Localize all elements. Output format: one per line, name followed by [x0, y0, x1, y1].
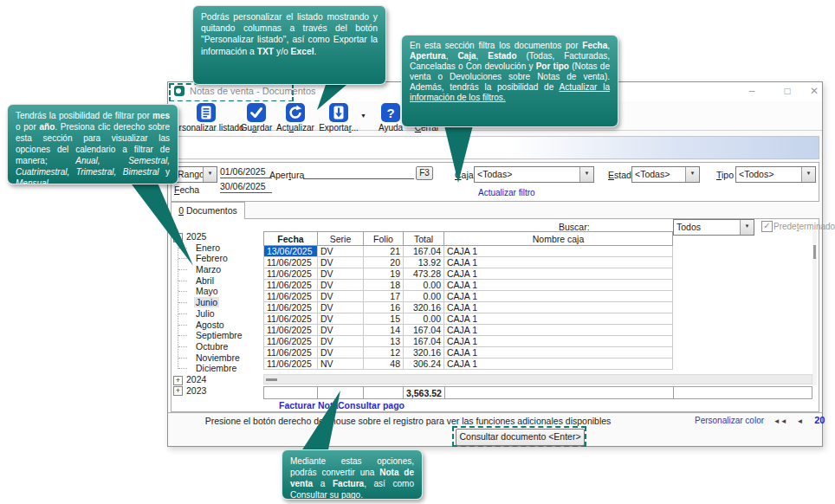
chevron-down-icon[interactable]: ▼: [801, 167, 815, 182]
column-header-nombre-caja[interactable]: Nombre caja: [444, 232, 673, 246]
tree-year-2023[interactable]: +2023: [173, 385, 262, 397]
vertical-scrollbar[interactable]: [812, 231, 817, 385]
personalizar-listado-label: Personalizar listado: [168, 123, 243, 132]
caja-label: Caja: [455, 170, 474, 180]
expand-icon[interactable]: +: [173, 376, 183, 385]
exportar-button[interactable]: Exportar...: [319, 103, 359, 132]
table-row[interactable]: 11/06/2025DV19473.28CAJA 1: [264, 268, 673, 280]
tree-month-diciembre[interactable]: Diciembre: [173, 363, 262, 374]
consultar-documento-button[interactable]: Consultar documento <Enter>: [456, 429, 585, 446]
table-row[interactable]: 11/06/2025DV180.00CAJA 1: [264, 280, 673, 291]
date-from-field[interactable]: 01/06/2025: [220, 166, 272, 178]
prev-page-icon[interactable]: ◄: [796, 417, 803, 425]
actualizar-button[interactable]: Actualizar: [273, 103, 318, 132]
close-icon[interactable]: ✕: [806, 84, 822, 99]
actualizar-filtro-link[interactable]: Actualizar filtro: [478, 188, 535, 197]
customize-list-icon: [197, 103, 216, 122]
guardar-button[interactable]: Guardar: [239, 103, 274, 132]
buscar-input[interactable]: [596, 220, 670, 232]
table-row[interactable]: 11/06/2025DV16320.16CAJA 1: [264, 302, 673, 313]
table-header-row: Fecha Serie Folio Total Nombre caja: [264, 232, 673, 246]
ayuda-label: Ayuda: [379, 123, 403, 132]
caja-dropdown[interactable]: <Todas> ▼: [474, 166, 594, 183]
chevron-down-icon[interactable]: ▼: [203, 167, 217, 182]
notas-de-venta-window: Notas de venta - Documentos – □ ✕ Person…: [167, 81, 823, 447]
first-page-icon[interactable]: ◄◄: [774, 417, 787, 425]
table-row[interactable]: 11/06/2025DV12320.16CAJA 1: [264, 347, 673, 359]
column-header-total[interactable]: Total: [404, 232, 444, 246]
maximize-icon[interactable]: □: [780, 84, 795, 99]
page-size-value[interactable]: 20: [814, 415, 825, 425]
window-title: Notas de venta - Documentos: [190, 86, 316, 96]
column-header-serie[interactable]: Serie: [318, 232, 364, 246]
exportar-menu-arrow-icon[interactable]: ▼: [360, 113, 366, 119]
table-row[interactable]: 13/06/2025DV21167.04CAJA 1: [264, 246, 673, 257]
grand-total: 3,563.52: [404, 387, 445, 399]
guardar-label: Guardar: [241, 123, 273, 132]
expand-icon[interactable]: +: [173, 386, 183, 396]
fecha-label: Fecha: [174, 184, 199, 195]
chevron-down-icon[interactable]: ▼: [579, 167, 593, 182]
tree-month-mayo[interactable]: Mayo: [173, 286, 262, 297]
predeterminado-label: Predeterminado: [774, 222, 835, 231]
filter-panel: Rango ▼ Fecha 01/06/2025 30/06/2025 Aper…: [171, 162, 819, 202]
tipo-dropdown[interactable]: <Todos> ▼: [735, 166, 816, 183]
rango-dropdown[interactable]: Rango ▼: [174, 166, 217, 183]
search-scope-dropdown[interactable]: Todos ▼: [673, 219, 754, 236]
tipo-label: Tipo: [716, 170, 734, 180]
table-row[interactable]: 11/06/2025DV150.00CAJA 1: [264, 313, 673, 325]
minimize-icon[interactable]: –: [744, 84, 760, 99]
export-icon: [329, 103, 348, 122]
help-icon: ?: [381, 103, 400, 122]
tab-documentos[interactable]: 0 Documentos: [171, 202, 245, 219]
tree-month-julio[interactable]: Julio: [173, 308, 262, 320]
column-header-fecha[interactable]: Fecha: [264, 232, 318, 246]
predeterminado-checkbox[interactable]: ✓: [761, 221, 773, 232]
facturar-nota-link[interactable]: Facturar Nota: [279, 400, 338, 410]
callout-calendario: Tendrás la posibilidad de filtrar por me…: [7, 104, 178, 184]
tree-month-enero[interactable]: Enero: [173, 242, 262, 254]
calendar-tree: -2025 Enero Febrero Marzo Abril Mayo Jun…: [173, 231, 262, 396]
chevron-down-icon[interactable]: ▼: [740, 220, 754, 235]
totals-row: 3,563.52: [263, 386, 812, 399]
tree-month-septiembre[interactable]: Septiembre: [173, 330, 262, 341]
refresh-icon: [286, 103, 305, 122]
tree-month-agosto[interactable]: Agosto: [173, 320, 262, 331]
f3-button[interactable]: F3: [416, 166, 433, 180]
horizontal-scrollbar-thumb[interactable]: [266, 378, 277, 381]
tree-month-noviembre[interactable]: Noviembre: [173, 352, 262, 364]
personalizar-listado-button[interactable]: Personalizar listado: [173, 103, 239, 132]
estado-dropdown[interactable]: <Todas> ▼: [631, 166, 700, 183]
callout-filtros: En esta sección filtra los documentos po…: [401, 35, 618, 127]
tree-year-2025[interactable]: -2025: [173, 231, 262, 242]
tree-month-abril[interactable]: Abril: [173, 275, 262, 287]
callout-facturar: Mediante estas opciones, podrás converti…: [282, 449, 423, 500]
date-to-field[interactable]: 30/06/2025: [220, 181, 272, 193]
app-icon: [174, 86, 184, 96]
actualizar-label: Actualizar: [276, 123, 314, 132]
table-row[interactable]: 11/06/2025DV13167.04CAJA 1: [264, 336, 673, 347]
horizontal-scrollbar[interactable]: [263, 374, 812, 384]
documents-table: Fecha Serie Folio Total Nombre caja 13/0…: [263, 231, 673, 370]
selected-cell[interactable]: 13/06/2025: [264, 246, 318, 257]
apertura-label: Apertura: [269, 170, 304, 180]
status-message: Presione el botón derecho del mouse sobr…: [200, 416, 616, 426]
consultar-pago-link[interactable]: Consultar pago: [338, 400, 405, 410]
apertura-input[interactable]: [303, 167, 414, 179]
tree-year-2024[interactable]: +2024: [173, 374, 262, 385]
chevron-down-icon[interactable]: ▼: [685, 167, 699, 182]
table-row[interactable]: 11/06/2025NV48306.24CAJA 1: [264, 359, 673, 370]
vertical-scrollbar-thumb[interactable]: [813, 245, 816, 259]
tree-month-junio[interactable]: Junio: [173, 297, 262, 308]
table-row[interactable]: 11/06/2025DV14167.04CAJA 1: [264, 325, 673, 336]
table-row[interactable]: 11/06/2025DV2013.92CAJA 1: [264, 257, 673, 268]
exportar-label: Exportar...: [319, 123, 359, 132]
tree-month-octubre[interactable]: Octubre: [173, 341, 262, 352]
column-header-folio[interactable]: Folio: [364, 232, 404, 246]
personalizar-color-link[interactable]: Personalizar color: [695, 416, 764, 425]
checkbox-check-icon: ✓: [763, 221, 770, 230]
tree-month-marzo[interactable]: Marzo: [173, 264, 262, 275]
status-separator-highlight: [168, 413, 822, 414]
tree-month-febrero[interactable]: Febrero: [173, 253, 262, 264]
table-row[interactable]: 11/06/2025DV170.00CAJA 1: [264, 291, 673, 302]
